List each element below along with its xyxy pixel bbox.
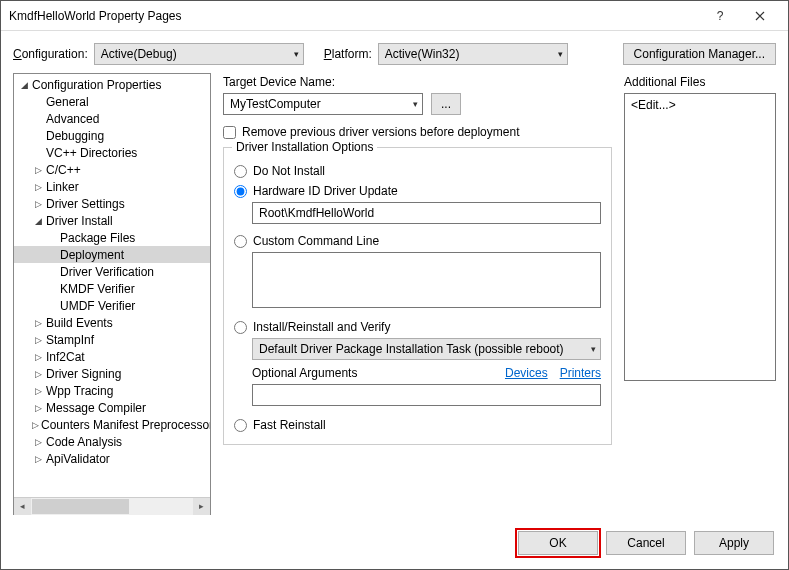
expanded-icon[interactable]: ◢	[18, 80, 30, 90]
collapsed-icon[interactable]: ▷	[32, 182, 44, 192]
tree-item[interactable]: ▷Linker	[14, 178, 210, 195]
tree-item-label: Configuration Properties	[30, 78, 206, 92]
tree-item-label: Driver Signing	[44, 367, 206, 381]
tree-item[interactable]: UMDF Verifier	[14, 297, 210, 314]
devices-link[interactable]: Devices	[505, 366, 548, 380]
collapsed-icon[interactable]: ▷	[32, 165, 44, 175]
scroll-right-icon[interactable]: ▸	[193, 498, 210, 515]
tree-item-label: Debugging	[44, 129, 206, 143]
tree-item-label: Wpp Tracing	[44, 384, 206, 398]
platform-value: Active(Win32)	[385, 47, 554, 61]
optional-args-label: Optional Arguments	[252, 366, 357, 380]
collapsed-icon[interactable]: ▷	[32, 199, 44, 209]
collapsed-icon[interactable]: ▷	[32, 403, 44, 413]
chevron-down-icon: ▾	[290, 49, 299, 59]
tree-item[interactable]: Deployment	[14, 246, 210, 263]
tree-item[interactable]: Advanced	[14, 110, 210, 127]
remove-previous-label: Remove previous driver versions before d…	[242, 125, 519, 139]
tree-item[interactable]: ▷Wpp Tracing	[14, 382, 210, 399]
tree-item[interactable]: ▷StampInf	[14, 331, 210, 348]
scroll-thumb[interactable]	[32, 499, 129, 514]
tree-item-label: Deployment	[58, 248, 206, 262]
tree-item-label: Counters Manifest Preprocessor	[39, 418, 210, 432]
tree-item[interactable]: KMDF Verifier	[14, 280, 210, 297]
tree-item[interactable]: Debugging	[14, 127, 210, 144]
tree-item[interactable]: ▷Driver Settings	[14, 195, 210, 212]
tree-item[interactable]: ▷Build Events	[14, 314, 210, 331]
target-device-combo[interactable]: MyTestComputer ▾	[223, 93, 423, 115]
radio-fast-reinstall[interactable]	[234, 419, 247, 432]
hardware-id-input[interactable]	[252, 202, 601, 224]
collapsed-icon[interactable]: ▷	[32, 335, 44, 345]
nav-tree[interactable]: ◢Configuration PropertiesGeneralAdvanced…	[14, 74, 210, 497]
tree-item-label: General	[44, 95, 206, 109]
install-task-value: Default Driver Package Installation Task…	[259, 342, 591, 356]
expanded-icon[interactable]: ◢	[32, 216, 44, 226]
tree-item[interactable]: ◢Configuration Properties	[14, 76, 210, 93]
custom-cmd-input[interactable]	[252, 252, 601, 308]
configuration-manager-button[interactable]: Configuration Manager...	[623, 43, 776, 65]
radio-do-not-install[interactable]	[234, 165, 247, 178]
tree-item-label: UMDF Verifier	[58, 299, 206, 313]
tree-item[interactable]: ▷Code Analysis	[14, 433, 210, 450]
tree-item-label: Linker	[44, 180, 206, 194]
tree-item[interactable]: ▷Counters Manifest Preprocessor	[14, 416, 210, 433]
help-button[interactable]: ?	[700, 2, 740, 30]
tree-item-label: Inf2Cat	[44, 350, 206, 364]
chevron-down-icon: ▾	[554, 49, 563, 59]
tree-item[interactable]: ▷Inf2Cat	[14, 348, 210, 365]
collapsed-icon[interactable]: ▷	[32, 420, 39, 430]
collapsed-icon[interactable]: ▷	[32, 369, 44, 379]
platform-label: Platform:	[324, 47, 372, 61]
platform-combo[interactable]: Active(Win32) ▾	[378, 43, 568, 65]
tree-item[interactable]: ▷C/C++	[14, 161, 210, 178]
tree-item[interactable]: ▷Message Compiler	[14, 399, 210, 416]
collapsed-icon[interactable]: ▷	[32, 437, 44, 447]
cancel-button[interactable]: Cancel	[606, 531, 686, 555]
radio-custom-cmd[interactable]	[234, 235, 247, 248]
tree-hscrollbar[interactable]: ◂ ▸	[14, 497, 210, 514]
tree-item-label: Build Events	[44, 316, 206, 330]
tree-item-label: Driver Settings	[44, 197, 206, 211]
remove-previous-checkbox[interactable]	[223, 126, 236, 139]
custom-cmd-label: Custom Command Line	[253, 234, 379, 248]
tree-item-label: Driver Install	[44, 214, 206, 228]
tree-item-label: KMDF Verifier	[58, 282, 206, 296]
configuration-label: Configuration:	[13, 47, 88, 61]
apply-button[interactable]: Apply	[694, 531, 774, 555]
tree-item[interactable]: Package Files	[14, 229, 210, 246]
tree-item[interactable]: ▷ApiValidator	[14, 450, 210, 467]
collapsed-icon[interactable]: ▷	[32, 352, 44, 362]
tree-item[interactable]: Driver Verification	[14, 263, 210, 280]
install-task-combo[interactable]: Default Driver Package Installation Task…	[252, 338, 601, 360]
do-not-install-label: Do Not Install	[253, 164, 325, 178]
target-device-value: MyTestComputer	[230, 97, 413, 111]
close-button[interactable]	[740, 2, 780, 30]
radio-hardware-id[interactable]	[234, 185, 247, 198]
tree-item[interactable]: VC++ Directories	[14, 144, 210, 161]
additional-files-box[interactable]: <Edit...>	[624, 93, 776, 381]
hardware-id-label: Hardware ID Driver Update	[253, 184, 398, 198]
ok-button[interactable]: OK	[518, 531, 598, 555]
tree-item-label: StampInf	[44, 333, 206, 347]
collapsed-icon[interactable]: ▷	[32, 386, 44, 396]
tree-item[interactable]: ◢Driver Install	[14, 212, 210, 229]
collapsed-icon[interactable]: ▷	[32, 318, 44, 328]
tree-item-label: Package Files	[58, 231, 206, 245]
collapsed-icon[interactable]: ▷	[32, 454, 44, 464]
scroll-left-icon[interactable]: ◂	[14, 498, 31, 515]
chevron-down-icon: ▾	[413, 99, 418, 109]
tree-item-label: C/C++	[44, 163, 206, 177]
target-device-label: Target Device Name:	[223, 75, 612, 89]
printers-link[interactable]: Printers	[560, 366, 601, 380]
window-title: KmdfHelloWorld Property Pages	[9, 9, 700, 23]
radio-install-verify[interactable]	[234, 321, 247, 334]
browse-button[interactable]: ...	[431, 93, 461, 115]
tree-item[interactable]: ▷Driver Signing	[14, 365, 210, 382]
configuration-value: Active(Debug)	[101, 47, 290, 61]
optional-args-input[interactable]	[252, 384, 601, 406]
chevron-down-icon: ▾	[591, 344, 596, 354]
configuration-combo[interactable]: Active(Debug) ▾	[94, 43, 304, 65]
tree-item-label: Driver Verification	[58, 265, 206, 279]
tree-item[interactable]: General	[14, 93, 210, 110]
